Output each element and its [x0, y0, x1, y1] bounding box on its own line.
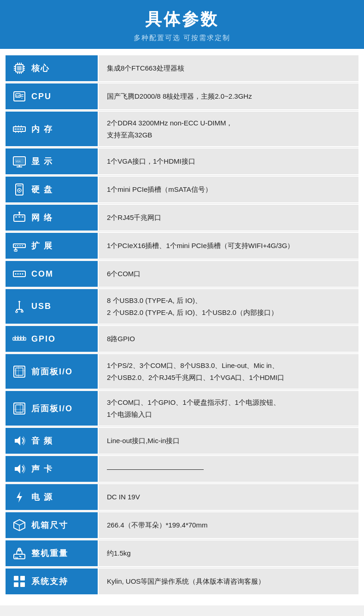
spec-name-core: 核心 — [31, 63, 50, 74]
spec-value-rear-io: 3个COM口、1个GPIO、1个硬盘指示灯、1个电源按钮、1个电源输入口 — [99, 391, 358, 426]
soundcard-icon — [11, 461, 28, 477]
spec-row-usb: USB8 个USB3.0 (TYPE-A, 后 IO)、2 个USB2.0 (T… — [6, 289, 358, 325]
spec-table: 核心集成8个FTC663处理器核 CPU CPU国产飞腾D2000/8 8核处理… — [6, 55, 358, 595]
spec-value-display: 1个VGA接口，1个HDMI接口 — [99, 148, 358, 174]
spec-row-os: 系统支持Kylin, UOS等国产操作系统（具体版本请咨询客服） — [6, 569, 358, 595]
svg-rect-44 — [22, 216, 23, 218]
svg-rect-21 — [15, 128, 16, 130]
spec-row-audio: 音 频Line-out接口,Mic-in接口 — [6, 428, 358, 455]
os-icon — [11, 573, 28, 590]
svg-rect-50 — [19, 245, 21, 246]
page-subtitle: 多种配置可选 可按需求定制 — [9, 34, 355, 42]
core-icon — [11, 60, 28, 77]
spec-name-soundcard: 声 卡 — [31, 463, 53, 474]
svg-rect-1 — [17, 66, 22, 71]
spec-name-audio: 音 频 — [31, 435, 53, 446]
spec-value-power: DC IN 19V — [99, 484, 358, 510]
com-icon — [11, 266, 28, 282]
svg-point-58 — [22, 273, 23, 275]
svg-rect-97 — [20, 582, 25, 587]
spec-name-power: 电 源 — [31, 492, 53, 503]
spec-value-network: 2个RJ45千兆网口 — [99, 205, 358, 231]
spec-row-core: 核心集成8个FTC663处理器核 — [6, 55, 358, 83]
svg-rect-95 — [20, 576, 25, 580]
svg-rect-94 — [14, 576, 18, 580]
spec-label-power: 电 源 — [6, 484, 98, 510]
svg-point-46 — [18, 212, 20, 213]
spec-name-usb: USB — [31, 302, 52, 311]
spec-label-rear-io: 后面板I/O — [6, 391, 98, 426]
svg-point-57 — [20, 273, 21, 275]
spec-row-storage: 硬 盘1个mini PCIe插槽（mSATA信号） — [6, 177, 358, 204]
spec-value-gpio: 8路GPIO — [99, 326, 358, 352]
spec-name-dimension: 机箱尺寸 — [31, 520, 68, 531]
spec-label-front-io: 前面板I/O — [6, 354, 98, 389]
front-io-icon — [11, 363, 28, 380]
network-icon — [11, 209, 28, 226]
memory-icon — [11, 121, 28, 137]
spec-label-display: VGA 显 示 — [6, 148, 98, 174]
svg-point-56 — [18, 273, 19, 275]
svg-line-92 — [19, 556, 21, 557]
svg-rect-25 — [22, 128, 23, 130]
dimension-icon — [11, 517, 28, 533]
expansion-icon — [11, 237, 28, 254]
power-icon — [11, 489, 28, 505]
spec-label-core: 核心 — [6, 55, 98, 81]
svg-text:VGA: VGA — [16, 160, 21, 163]
spec-value-core: 集成8个FTC663处理器核 — [99, 55, 358, 81]
svg-rect-76 — [16, 368, 23, 375]
svg-rect-18 — [21, 98, 23, 99]
svg-rect-42 — [15, 216, 17, 218]
svg-point-64 — [16, 311, 18, 313]
svg-point-39 — [19, 190, 20, 191]
spec-name-gpio: GPIO — [31, 334, 56, 344]
svg-marker-84 — [15, 464, 20, 474]
spec-value-front-io: 1个PS/2、3个COM口、8个USB3.0、Line-out、Mic in、2… — [99, 354, 358, 389]
spec-value-storage: 1个mini PCIe插槽（mSATA信号） — [99, 177, 358, 202]
svg-marker-83 — [15, 436, 20, 445]
spec-row-display: VGA 显 示1个VGA接口，1个HDMI接口 — [6, 148, 358, 176]
spec-row-front-io: 前面板I/O1个PS/2、3个COM口、8个USB3.0、Line-out、Mi… — [6, 354, 358, 390]
svg-point-67 — [14, 338, 16, 340]
spec-label-storage: 硬 盘 — [6, 177, 98, 202]
spec-row-dimension: 机箱尺寸266.4（不带耳朵）*199.4*70mm — [6, 512, 358, 539]
svg-rect-65 — [21, 311, 23, 312]
spec-name-rear-io: 后面板I/O — [31, 403, 73, 414]
svg-point-70 — [23, 338, 24, 340]
audio-icon — [11, 432, 28, 449]
svg-text:kg: kg — [15, 556, 18, 559]
storage-icon — [11, 181, 28, 198]
spec-name-display: 显 示 — [31, 156, 53, 167]
svg-marker-85 — [17, 492, 22, 503]
spec-label-audio: 音 频 — [6, 428, 98, 454]
svg-rect-24 — [20, 128, 21, 130]
svg-line-87 — [14, 522, 19, 525]
spec-row-cpu: CPU CPU国产飞腾D2000/8 8核处理器，主频2.0~2.3GHz — [6, 83, 358, 111]
spec-label-expansion: 扩 展 — [6, 233, 98, 259]
spec-name-expansion: 扩 展 — [31, 240, 53, 251]
spec-name-network: 网 络 — [31, 212, 53, 223]
spec-label-memory: 内 存 — [6, 112, 98, 146]
svg-rect-41 — [14, 215, 25, 221]
spec-table-wrapper: 核心集成8个FTC663处理器核 CPU CPU国产飞腾D2000/8 8核处理… — [0, 49, 364, 605]
spec-row-gpio: GPIO8路GPIO — [6, 326, 358, 353]
svg-rect-43 — [18, 216, 20, 218]
svg-rect-96 — [14, 582, 18, 587]
rear-io-icon — [11, 400, 28, 417]
spec-row-power: 电 源DC IN 19V — [6, 484, 358, 511]
spec-label-weight: kg 整机重量 — [6, 540, 98, 566]
page-wrapper: 具体参数 多种配置可选 可按需求定制 核心集成8个FTC663处理器核 CPU … — [0, 0, 364, 605]
spec-name-front-io: 前面板I/O — [31, 366, 73, 377]
spec-label-network: 网 络 — [6, 205, 98, 231]
spec-value-memory: 2个DDR4 3200MHz non-ECC U-DIMM，支持至高32GB — [99, 112, 358, 146]
spec-value-weight: 约1.5kg — [99, 540, 358, 566]
spec-label-soundcard: 声 卡 — [6, 456, 98, 482]
spec-value-cpu: 国产飞腾D2000/8 8核处理器，主频2.0~2.3GHz — [99, 83, 358, 109]
svg-rect-23 — [18, 128, 19, 130]
spec-value-com: 6个COM口 — [99, 261, 358, 287]
cpu-icon: CPU — [11, 88, 28, 105]
spec-value-soundcard: —————————————— — [99, 456, 358, 482]
spec-value-dimension: 266.4（不带耳朵）*199.4*70mm — [99, 512, 358, 538]
spec-value-audio: Line-out接口,Mic-in接口 — [99, 428, 358, 454]
